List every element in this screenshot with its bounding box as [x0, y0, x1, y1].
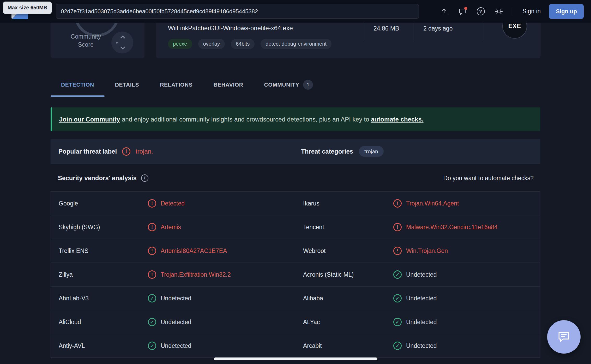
vendor-name: Alibaba	[303, 295, 393, 302]
vendor-name: Zillya	[59, 271, 148, 278]
tag-detect-debug-environment[interactable]: detect-debug-environment	[261, 39, 331, 49]
topbar-divider	[513, 7, 513, 16]
notification-dot	[464, 7, 467, 10]
chat-icon	[556, 329, 572, 345]
threat-categories-title: Threat categories	[301, 148, 353, 155]
vendor-name: ALYac	[303, 319, 393, 326]
tag-overlay[interactable]: overlay	[198, 39, 225, 49]
result-text: Artemis!80A27AC1E7EA	[161, 247, 227, 254]
vendor-row: AliCloud ✓Undetected ALYac ✓Undetected	[51, 310, 540, 334]
vendor-row: Zillya !Trojan.Exfiltration.Win32.2 Acro…	[51, 263, 540, 287]
automate-checks-link[interactable]: automate checks.	[371, 116, 423, 123]
vendors-analysis-header: Security vendors' analysis i Do you want…	[51, 171, 540, 185]
join-community-link[interactable]: Join our Community	[59, 116, 120, 123]
result-text: Detected	[161, 200, 185, 207]
vendor-name: AliCloud	[59, 319, 148, 326]
threat-category-chip[interactable]: trojan	[359, 146, 384, 157]
status-icon: ✓	[148, 318, 156, 326]
community-score-card: Community Score	[51, 23, 144, 58]
tab-relations[interactable]: RELATIONS	[149, 74, 203, 96]
detection-result: !Artemis	[148, 223, 303, 231]
horizontal-scrollbar[interactable]	[214, 357, 377, 360]
vendor-row: Google !Detected Ikarus !Trojan.Win64.Ag…	[51, 192, 540, 215]
search-input[interactable]	[56, 4, 419, 19]
file-summary-card: WiiLinkPatcherGUI-Windows-onefile-x64.ex…	[156, 23, 541, 58]
comments-button[interactable]	[457, 6, 468, 17]
alert-icon: !	[122, 147, 130, 156]
max-size-tooltip: Max size 650MB	[3, 2, 52, 14]
info-icon[interactable]: i	[141, 174, 148, 182]
popular-threat-label-value: trojan.	[136, 148, 153, 155]
status-icon: ✓	[393, 270, 402, 279]
chat-fab-button[interactable]	[547, 320, 581, 354]
tab-detection[interactable]: DETECTION	[51, 74, 105, 96]
tab-behavior[interactable]: BEHAVIOR	[203, 74, 254, 96]
sun-icon	[495, 8, 503, 15]
vote-up-icon[interactable]	[120, 35, 125, 40]
status-icon: ✓	[393, 318, 402, 326]
vendor-name: Skyhigh (SWG)	[59, 224, 148, 231]
vote-down-icon[interactable]	[120, 45, 125, 49]
threat-categories: Threat categories trojan	[301, 139, 384, 164]
tab-details[interactable]: DETAILS	[105, 74, 149, 96]
sign-in-link[interactable]: Sign in	[522, 8, 541, 15]
help-button[interactable]: ?	[475, 6, 486, 17]
result-text: Undetected	[406, 271, 437, 278]
vendor-row: Skyhigh (SWG) !Artemis Tencent !Malware.…	[51, 215, 540, 239]
status-icon: !	[393, 247, 402, 255]
sign-up-button[interactable]: Sign up	[549, 4, 584, 19]
result-text: Undetected	[406, 295, 437, 302]
status-icon: !	[393, 223, 402, 231]
vendor-name: AhnLab-V3	[59, 295, 148, 302]
last-analysis-date: 2 days ago	[423, 25, 453, 32]
tab-label: BEHAVIOR	[213, 82, 243, 88]
result-text: Undetected	[161, 342, 191, 349]
result-text: Malware.Win32.Gencirc.11e16a84	[406, 224, 498, 231]
help-icon: ?	[477, 7, 485, 15]
upload-icon	[440, 8, 448, 15]
status-icon: !	[148, 270, 156, 279]
tag-64bits[interactable]: 64bits	[231, 39, 255, 49]
vendor-name: Ikarus	[303, 200, 393, 207]
result-text: Undetected	[406, 319, 437, 326]
file-tags: peexe overlay 64bits detect-debug-enviro…	[168, 39, 331, 49]
threat-label-band: Popular threat label ! trojan. Threat ca…	[51, 139, 540, 164]
detection-result: ✓Undetected	[393, 342, 540, 350]
file-size: 24.86 MB	[373, 25, 399, 32]
result-text: Undetected	[161, 295, 191, 302]
report-tabs: DETECTION DETAILS RELATIONS BEHAVIOR COM…	[51, 74, 540, 96]
result-text: Undetected	[406, 342, 437, 349]
detection-result: !Trojan.Win64.Agent	[393, 199, 540, 208]
theme-toggle-button[interactable]	[493, 6, 505, 17]
banner-text: and enjoy additional community insights …	[120, 116, 371, 123]
automate-checks-question-link[interactable]: Do you want to automate checks?	[443, 175, 534, 182]
meta-divider	[482, 23, 482, 41]
popular-threat-label-title: Popular threat label	[58, 148, 117, 155]
detection-result: !Malware.Win32.Gencirc.11e16a84	[393, 223, 540, 231]
result-text: Trojan.Exfiltration.Win32.2	[161, 271, 231, 278]
vote-dot-icon	[116, 42, 118, 44]
tab-community[interactable]: COMMUNITY 1	[254, 74, 324, 96]
status-icon: ✓	[393, 294, 402, 302]
detection-result: ✓Undetected	[393, 294, 540, 302]
upload-button[interactable]	[438, 6, 450, 17]
detection-result: ✓Undetected	[148, 342, 303, 350]
vote-widget[interactable]	[111, 32, 133, 53]
community-count-badge: 1	[303, 80, 313, 90]
tab-label: DETAILS	[115, 82, 139, 88]
file-type-badge: EXE	[502, 23, 527, 39]
tag-peexe[interactable]: peexe	[168, 39, 192, 49]
result-text: Win.Trojan.Gen	[406, 247, 448, 254]
vendor-name: Acronis (Static ML)	[303, 271, 393, 278]
status-icon: !	[148, 223, 156, 231]
status-icon: ✓	[393, 342, 402, 350]
vendor-name: Arcabit	[303, 342, 393, 349]
vendor-row: Trellix ENS !Artemis!80A27AC1E7EA Webroo…	[51, 239, 540, 263]
detection-result: ✓Undetected	[148, 318, 303, 326]
detection-result: !Trojan.Exfiltration.Win32.2	[148, 270, 303, 279]
detection-result: !Artemis!80A27AC1E7EA	[148, 247, 303, 255]
community-score-label: Community Score	[65, 33, 107, 49]
status-icon: ✓	[148, 294, 156, 302]
vendor-row: Antiy-AVL ✓Undetected Arcabit ✓Undetecte…	[51, 334, 540, 358]
tab-label: COMMUNITY	[264, 82, 299, 88]
